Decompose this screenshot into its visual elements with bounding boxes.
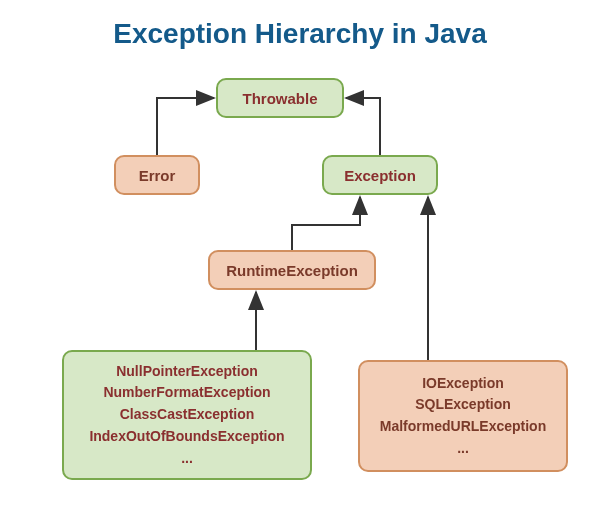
runtime-child-item: NumberFormatException	[103, 382, 270, 404]
node-throwable: Throwable	[216, 78, 344, 118]
runtime-child-item: IndexOutOfBoundsException	[89, 426, 284, 448]
runtime-child-item: NullPointerException	[116, 361, 258, 383]
node-checked-children: IOException SQLException MalformedURLExc…	[358, 360, 568, 472]
checked-child-item: ...	[457, 438, 469, 460]
checked-child-item: SQLException	[415, 394, 511, 416]
runtime-child-item: ...	[181, 448, 193, 470]
checked-child-item: IOException	[422, 373, 504, 395]
checked-child-item: MalformedURLException	[380, 416, 546, 438]
node-exception: Exception	[322, 155, 438, 195]
diagram-title: Exception Hierarchy in Java	[0, 18, 600, 50]
node-runtime-exception: RuntimeException	[208, 250, 376, 290]
node-runtime-children: NullPointerException NumberFormatExcepti…	[62, 350, 312, 480]
runtime-child-item: ClassCastException	[120, 404, 255, 426]
node-error: Error	[114, 155, 200, 195]
